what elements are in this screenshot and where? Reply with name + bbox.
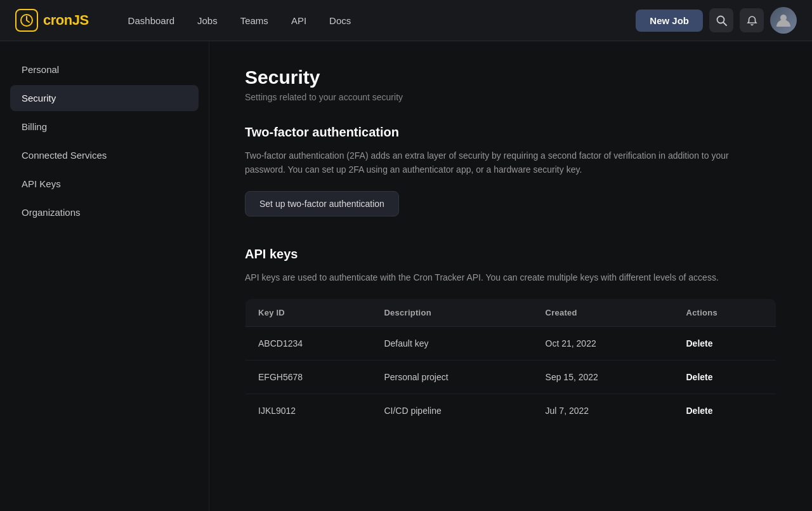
sidebar-item-organizations[interactable]: Organizations xyxy=(10,199,199,225)
logo-icon xyxy=(15,9,38,32)
table-row: EFGH5678Personal projectSep 15, 2022Dele… xyxy=(246,361,776,394)
nav-api[interactable]: API xyxy=(282,11,315,30)
sidebar-item-security[interactable]: Security xyxy=(10,85,199,111)
user-icon xyxy=(775,12,792,29)
sidebar: Personal Security Billing Connected Serv… xyxy=(0,41,209,511)
bell-icon xyxy=(747,15,757,26)
cell-key-id: EFGH5678 xyxy=(246,361,372,394)
cell-created: Sep 15, 2022 xyxy=(533,361,674,394)
cell-created: Jul 7, 2022 xyxy=(533,394,674,428)
search-icon xyxy=(716,15,727,26)
api-keys-table: Key ID Description Created Actions ABCD1… xyxy=(245,298,776,428)
twofa-title: Two-factor authentication xyxy=(245,125,776,140)
cell-description: Default key xyxy=(371,327,532,361)
navbar: cronJS Dashboard Jobs Teams API Docs New… xyxy=(0,0,812,41)
nav-jobs[interactable]: Jobs xyxy=(188,11,226,30)
cell-key-id: ABCD1234 xyxy=(246,327,372,361)
avatar xyxy=(770,7,797,34)
cell-actions: Delete xyxy=(673,361,776,394)
nav-teams[interactable]: Teams xyxy=(232,11,277,30)
api-keys-description: API keys are used to authenticate with t… xyxy=(245,270,765,284)
cell-description: Personal project xyxy=(371,361,532,394)
sidebar-item-personal[interactable]: Personal xyxy=(10,56,199,83)
page-layout: Personal Security Billing Connected Serv… xyxy=(0,41,812,511)
main-content: Security Settings related to your accoun… xyxy=(209,41,812,511)
twofa-description: Two-factor authentication (2FA) adds an … xyxy=(245,149,765,177)
sidebar-item-api-keys[interactable]: API Keys xyxy=(10,171,199,197)
page-title: Security xyxy=(245,67,776,88)
col-created: Created xyxy=(533,299,674,327)
sidebar-item-connected-services[interactable]: Connected Services xyxy=(10,142,199,168)
delete-button[interactable]: Delete xyxy=(686,372,712,382)
search-button[interactable] xyxy=(709,8,733,32)
table-row: ABCD1234Default keyOct 21, 2022Delete xyxy=(246,327,776,361)
cell-key-id: IJKL9012 xyxy=(246,394,372,428)
nav-actions: New Job xyxy=(636,7,797,34)
page-subtitle: Settings related to your account securit… xyxy=(245,92,776,102)
logo[interactable]: cronJS xyxy=(15,9,89,32)
cell-actions: Delete xyxy=(673,394,776,428)
sidebar-item-billing[interactable]: Billing xyxy=(10,114,199,140)
delete-button[interactable]: Delete xyxy=(686,338,712,348)
svg-line-2 xyxy=(723,22,726,25)
api-keys-section: API keys API keys are used to authentica… xyxy=(245,247,776,428)
nav-links: Dashboard Jobs Teams API Docs xyxy=(119,11,636,30)
delete-button[interactable]: Delete xyxy=(686,406,712,416)
twofa-section: Two-factor authentication Two-factor aut… xyxy=(245,125,776,216)
nav-docs[interactable]: Docs xyxy=(320,11,360,30)
setup-2fa-button[interactable]: Set up two-factor authentication xyxy=(245,191,399,216)
cell-created: Oct 21, 2022 xyxy=(533,327,674,361)
col-actions: Actions xyxy=(673,299,776,327)
table-row: IJKL9012CI/CD pipelineJul 7, 2022Delete xyxy=(246,394,776,428)
cell-description: CI/CD pipeline xyxy=(371,394,532,428)
logo-text: cronJS xyxy=(43,12,89,29)
notifications-button[interactable] xyxy=(740,8,764,32)
nav-dashboard[interactable]: Dashboard xyxy=(119,11,183,30)
col-key-id: Key ID xyxy=(246,299,372,327)
api-keys-tbody: ABCD1234Default keyOct 21, 2022DeleteEFG… xyxy=(246,327,776,428)
col-description: Description xyxy=(371,299,532,327)
table-header-row: Key ID Description Created Actions xyxy=(246,299,776,327)
api-keys-title: API keys xyxy=(245,247,776,262)
new-job-button[interactable]: New Job xyxy=(636,10,703,32)
avatar-button[interactable] xyxy=(770,7,797,34)
cell-actions: Delete xyxy=(673,327,776,361)
